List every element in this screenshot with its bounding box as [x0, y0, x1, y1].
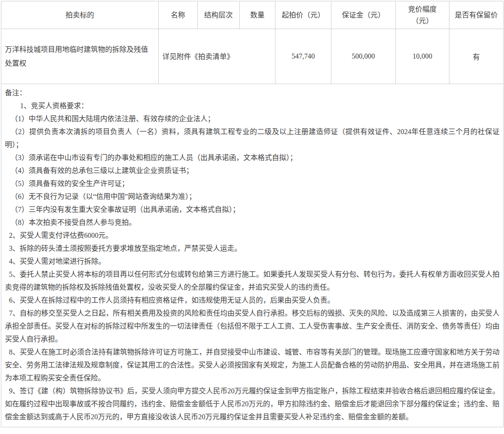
col-header-reserve-price: 是否有保留价: [449, 1, 504, 29]
note-item: 3、拆除的砖头渣土须按照委托方要求堆放至指定地点，严禁买受人运走。: [5, 242, 500, 255]
note-item: （5）须具备有效的安全生产许可证；: [5, 177, 500, 190]
lot-deposit-cell: 500,000: [331, 29, 396, 84]
col-header-deposit: 保证金（元）: [331, 1, 396, 29]
col-header-starting-price: 起拍价（元）: [275, 1, 331, 29]
note-item: 4、买受人需对地梁进行拆除。: [5, 255, 500, 268]
auction-notice-page: { "colors": { "border": "#cccccc", "text…: [0, 0, 504, 434]
note-item: （6）无不良行为记录（以“信用中国”网站查询结果为准）；: [5, 190, 500, 203]
auction-table: 拍卖标的 名称 结构层次 数量 起拍价（元） 保证金（元） 竞价幅度 （元） 是…: [1, 1, 504, 427]
note-item: 2、买受人需支付评估费6000元。: [5, 229, 500, 242]
notes-title: 备注：: [5, 86, 500, 99]
col-header-bid-increment: 竞价幅度 （元）: [396, 1, 449, 29]
note-item: 8、买受人在施工时必须合法持有建筑物拆除许可证方可施工，并自觉接受中山市建设、城…: [5, 346, 500, 384]
col-header-subject: 拍卖标的: [1, 1, 159, 29]
note-item: 6、买受人在拆除过程中的工作人员须持有相应资格证件，如违规使用无证人员的，后果由…: [5, 294, 500, 307]
lot-starting-price-cell: 547,740: [275, 29, 331, 84]
lot-reserve-price-cell: 有: [449, 29, 504, 84]
note-item: （1）中华人民共和国大陆境内依法注册、有效存续的企业法人；: [5, 112, 500, 125]
auction-lot-row: 万洋科技城项目用地临时建筑物的拆除及残值处置权 详见附件《拍卖清单》 547,7…: [1, 29, 504, 84]
note-item: 5、委托人禁止买受人将本标的项目再以任何形式分包或转包给第三方进行施工。如果委托…: [5, 268, 500, 294]
col-header-quantity: 数量: [240, 1, 275, 29]
lot-bid-increment-cell: 10,000: [396, 29, 449, 84]
col-header-structure: 结构层次: [198, 1, 240, 29]
note-item: 9、签订《建（构）筑物拆除协议书》后，买受人须向甲方提交人民币20万元履约保证金…: [5, 384, 500, 423]
note-item: 1、竞买人资格要求：: [5, 99, 500, 112]
col-header-name: 名称: [159, 1, 198, 29]
col-header-bid-increment-line2: （元）: [398, 15, 447, 27]
notes-cell: 备注： 1、竞买人资格要求： （1）中华人民共和国大陆境内依法注册、有效存续的企…: [1, 84, 504, 427]
lot-subject-cell: 万洋科技城项目用地临时建筑物的拆除及残值处置权: [1, 29, 159, 84]
note-item: （4）须具备有效的总承包三级以上建筑业企业资质证书；: [5, 164, 500, 177]
note-item: （2）提供负责本次清拆的项目负责人（一名）资料，须具有建筑工程专业的二级及以上注…: [5, 125, 500, 151]
note-item: （3）须承诺在中山市设有专门的办事处和相应的施工人员（出具承诺函，文本格式自拟）…: [5, 151, 500, 164]
table-header: 拍卖标的 名称 结构层次 数量 起拍价（元） 保证金（元） 竞价幅度 （元） 是…: [1, 1, 504, 29]
notes-row: 备注： 1、竞买人资格要求： （1）中华人民共和国大陆境内依法注册、有效存续的企…: [1, 84, 504, 427]
col-header-bid-increment-line1: 竞价幅度: [398, 4, 447, 15]
note-item: （7）三年内没有发生重大安全事故证明（出具承诺函，文本格式自拟）；: [5, 203, 500, 216]
note-item: （8）本次拍卖不接受自然人参与竞拍。: [5, 216, 500, 229]
header-row: 拍卖标的 名称 结构层次 数量 起拍价（元） 保证金（元） 竞价幅度 （元） 是…: [1, 1, 504, 29]
lot-name-detail-cell: 详见附件《拍卖清单》: [159, 29, 275, 84]
note-item: 7、自标的移交至买受人之日起，所有相关费用及投资的风险和责任均由买受人自行承担。…: [5, 307, 500, 346]
